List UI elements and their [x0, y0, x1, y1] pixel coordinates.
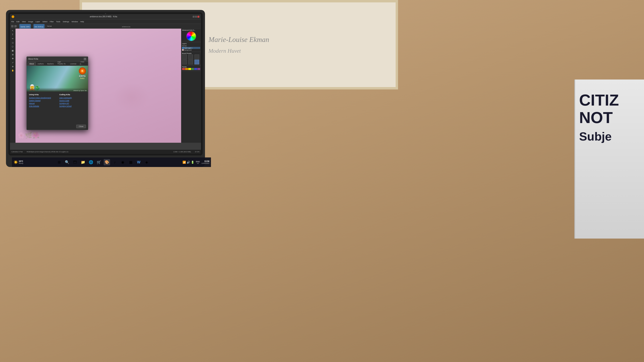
dialog-title: About Krita — [28, 58, 84, 60]
size-indicator[interactable]: Size: 30.00 px — [34, 24, 44, 28]
dialog-close-button[interactable]: Close — [76, 125, 86, 128]
tool-move[interactable]: ✥ — [10, 56, 15, 60]
taskbar-edge[interactable]: 🌐 — [88, 159, 94, 165]
menu-view[interactable]: View — [22, 21, 26, 23]
taskbar-app2[interactable]: ◈ — [144, 159, 150, 165]
menu-filter[interactable]: Filter — [50, 21, 54, 23]
layer-paint[interactable]: Paint Layer 1 — [182, 47, 200, 49]
tool-select[interactable]: ↖ — [10, 29, 15, 33]
canvas-area: ↖ T ✏ ◻ ⬡ ▦ ⊞ ✥ ⤢ ⊕ ✋ 🌸🌿🌺 — [10, 29, 201, 143]
menu-tools[interactable]: Tools — [56, 21, 60, 23]
link-user-community[interactable]: User Community — [59, 97, 86, 99]
menu-layer[interactable]: Layer — [36, 21, 40, 23]
menu-select[interactable]: Select — [42, 21, 47, 23]
color-blue[interactable] — [194, 68, 197, 70]
layers-section: Layers Normal Paint Layer 1 Background — [181, 42, 201, 52]
brush-5[interactable] — [188, 60, 193, 64]
color-red[interactable] — [182, 68, 185, 70]
menu-file[interactable]: File — [11, 21, 14, 23]
taskbar-word[interactable]: W — [136, 159, 142, 165]
locale-display[interactable]: ENG UK — [196, 161, 200, 164]
link-manual[interactable]: Manual — [29, 102, 55, 104]
color-purple[interactable] — [198, 68, 200, 70]
brush-4[interactable] — [182, 60, 187, 64]
dialog-close-icon[interactable]: ✕ — [84, 58, 86, 60]
link-krita-website[interactable]: Krita Website — [29, 105, 55, 107]
brush-2[interactable] — [188, 54, 193, 59]
taskbar-files[interactable]: 📁 — [80, 159, 86, 165]
window-controls[interactable] — [193, 16, 200, 18]
opacity-indicator[interactable]: Opacity: 100% — [19, 24, 31, 28]
battery-icon[interactable]: 🔋 — [191, 161, 194, 164]
taskbar-start-button[interactable]: ⊞ — [56, 159, 62, 165]
brush-1[interactable] — [182, 54, 187, 59]
sound-icon[interactable]: 🔊 — [187, 161, 190, 164]
tool-text[interactable]: T — [10, 33, 15, 37]
color-yellow[interactable] — [188, 68, 191, 70]
layer-paint-thumb — [182, 47, 184, 49]
menu-window[interactable]: Window — [72, 21, 78, 23]
color-orange[interactable] — [185, 68, 188, 70]
color-green[interactable] — [191, 68, 194, 70]
color-wheel[interactable] — [186, 31, 196, 41]
artwork-credit: Artwork by Tyson Tan — [74, 90, 87, 91]
tool-crop[interactable]: ⊞ — [10, 52, 15, 56]
brush-3[interactable] — [194, 54, 199, 59]
tool-eraser[interactable]: ◻ — [10, 40, 15, 44]
taskbar-spotify[interactable]: ♪ — [112, 159, 118, 165]
menu-edit[interactable]: Edit — [16, 21, 20, 23]
close-button[interactable] — [198, 16, 200, 18]
tab-third-party[interactable]: Third-p... — [78, 61, 87, 66]
taskbar-search[interactable]: 🔍 — [64, 159, 70, 165]
using-krita-section: Using Krita Support Krita's Development!… — [29, 94, 55, 108]
link-support[interactable]: Support Krita's Development! — [29, 97, 55, 99]
screen-bezel: ambience.kra (96.8 MiB) · Krita File Edi… — [8, 12, 202, 156]
locale-sub: UK — [197, 163, 199, 164]
main-canvas[interactable]: 🌸🌿🌺 About Krita ✕ About Authors Backe — [16, 29, 181, 143]
minimize-button[interactable] — [193, 16, 195, 18]
taskbar-chrome[interactable]: ◉ — [120, 159, 126, 165]
layer-normal[interactable]: Normal — [182, 45, 200, 47]
maximize-button[interactable] — [195, 16, 197, 18]
palette-section: Palette — [181, 65, 201, 71]
menu-image[interactable]: Image — [28, 21, 33, 23]
menu-settings[interactable]: Settings — [63, 21, 69, 23]
taskbar-terminal[interactable]: ▦ — [128, 159, 134, 165]
toolbar-icon-1[interactable] — [11, 25, 14, 27]
clock-display[interactable]: 13:56 11/04/2022 — [202, 160, 209, 164]
left-toolbar: ↖ T ✏ ◻ ⬡ ▦ ⊞ ✥ ⤢ ⊕ ✋ — [10, 29, 16, 143]
tool-gradient[interactable]: ▦ — [10, 48, 15, 52]
windows-taskbar: ☀️ 15°C Sunny ⊞ 🔍 🗔 📁 🌐 🛒 🎨 ♪ ◉ ▦ W ◈ 📶 … — [12, 158, 211, 167]
link-scripting-api[interactable]: Scripting API — [59, 102, 86, 104]
brush-presets-title: Brush Presets — [182, 53, 200, 54]
menu-help[interactable]: Help — [80, 21, 84, 23]
blend-mode[interactable]: Normal — [47, 25, 52, 27]
tool-transform[interactable]: ⤢ — [10, 60, 15, 64]
color-mode: RGB/Alpha (8-bit integer/channel) sRGB-e… — [27, 151, 68, 153]
tool-fill[interactable]: ⬡ — [10, 44, 15, 48]
tab-license[interactable]: License — [68, 62, 78, 66]
link-source-code[interactable]: Source Code — [59, 100, 86, 102]
link-getting-started[interactable]: Getting Started — [29, 100, 55, 102]
dialog-tabs[interactable]: About Authors Backers Algo Thanks To Lic… — [27, 61, 88, 66]
taskbar-store[interactable]: 🛒 — [96, 159, 102, 165]
network-icon[interactable]: 📶 — [182, 161, 186, 164]
brush-6-active[interactable] — [194, 60, 199, 64]
layer-background[interactable]: Background — [182, 49, 200, 51]
tool-zoom[interactable]: ⊕ — [10, 64, 15, 68]
opacity-value: Opacity: 100% — [20, 26, 30, 27]
tab-algo-thanks[interactable]: Algo Thanks To — [56, 61, 68, 66]
krita-logo-text: KRITA — [79, 75, 86, 77]
tool-brush[interactable]: ✏ — [10, 37, 15, 40]
taskbar-task-view[interactable]: 🗔 — [72, 159, 78, 165]
filename-display: ambience.kra — [122, 26, 130, 27]
taskbar-krita[interactable]: 🎨 — [104, 159, 110, 165]
tab-backers[interactable]: Backers — [46, 62, 56, 66]
weather-text: 15°C Sunny — [19, 160, 23, 164]
tab-about[interactable]: About — [28, 62, 36, 66]
tool-pan[interactable]: ✋ — [10, 68, 15, 72]
toolbar-icon-2[interactable] — [14, 25, 17, 27]
krita-logo: K KRITA 5.0.2 — [79, 67, 86, 79]
link-scripting-school[interactable]: Scripting School — [59, 105, 86, 107]
tab-authors[interactable]: Authors — [36, 62, 46, 66]
